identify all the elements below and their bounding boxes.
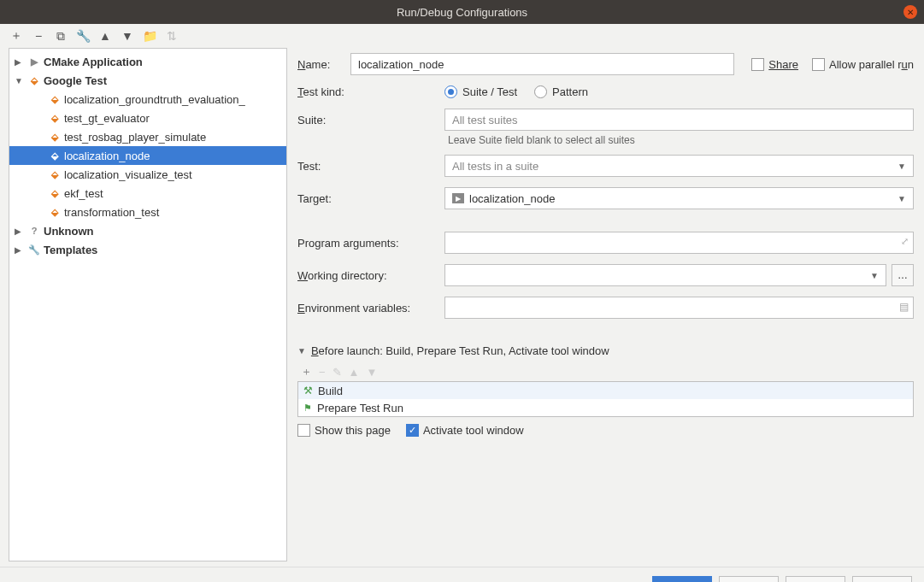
progargs-input[interactable] [444, 232, 914, 254]
tree-item-label: ekf_test [62, 187, 103, 200]
play-icon: ▶ [26, 56, 42, 68]
chevron-down-icon: ▼ [15, 76, 26, 85]
launch-item-label: Prepare Test Run [317, 402, 403, 414]
activate-tool-checkbox[interactable]: ✓ Activate tool window [406, 424, 524, 437]
copy-icon[interactable]: ⧉ [53, 28, 68, 44]
chevron-down-icon: ▼ [870, 271, 879, 280]
launch-item[interactable]: ⚒ Build [298, 382, 913, 399]
tree-item-label: localization_visualize_test [62, 168, 192, 181]
apply-button[interactable]: Apply [786, 576, 845, 583]
envvars-label: Environment variables: [297, 302, 444, 315]
envvars-input[interactable] [444, 297, 914, 319]
remove-icon[interactable]: − [319, 366, 326, 379]
tree-group-label: Google Test [42, 74, 107, 87]
show-page-checkbox[interactable]: Show this page [297, 424, 391, 437]
config-tree: ▶ ▶ CMake Application ▼ ⬙ Google Test ⬙ … [9, 48, 287, 561]
cancel-button[interactable]: Cancel [719, 576, 779, 583]
folder-icon[interactable]: 📁 [142, 28, 157, 44]
gtest-icon: ⬙ [47, 188, 62, 199]
down-icon[interactable]: ▼ [366, 366, 377, 379]
name-label: Name: [297, 58, 350, 71]
suite-hint: Leave Suite field blank to select all su… [444, 134, 914, 146]
test-combo[interactable]: All tests in a suite ▼ [444, 155, 914, 177]
parallel-checkbox[interactable]: Allow parallel run [812, 58, 914, 71]
gtest-icon: ⬙ [26, 75, 42, 86]
chevron-down-icon: ▼ [898, 162, 906, 171]
gtest-icon: ⬙ [47, 94, 62, 105]
tree-group-googletest[interactable]: ▼ ⬙ Google Test [9, 71, 286, 90]
add-icon[interactable]: ＋ [9, 28, 24, 44]
question-icon: ? [26, 226, 42, 236]
titlebar: Run/Debug Configurations ✕ [0, 0, 924, 24]
tree-item[interactable]: ⬙ localization_groundtruth_evaluation_ [9, 90, 286, 109]
edit-icon[interactable]: ✎ [333, 366, 342, 379]
up-icon[interactable]: ▲ [349, 366, 360, 379]
tree-item[interactable]: ⬙ transformation_test [9, 203, 286, 221]
footer: OK Cancel Apply Help [0, 567, 924, 582]
suite-input[interactable] [444, 109, 914, 131]
workdir-combo[interactable]: ▼ [444, 264, 886, 286]
window-title: Run/Debug Configurations [397, 6, 527, 19]
tree-group-unknown[interactable]: ▶ ? Unknown [9, 221, 286, 240]
launch-item[interactable]: ⚑ Prepare Test Run [298, 399, 913, 416]
close-icon[interactable]: ✕ [903, 5, 917, 19]
down-icon[interactable]: ▼ [120, 28, 135, 44]
progargs-label: Program arguments: [297, 237, 444, 250]
browse-button[interactable]: … [892, 264, 914, 286]
tree-item[interactable]: ⬙ test_rosbag_player_simulate [9, 127, 286, 146]
remove-icon[interactable]: − [31, 28, 46, 44]
gtest-icon: ⬙ [47, 207, 62, 218]
list-icon[interactable]: ▤ [899, 301, 909, 313]
test-label: Test: [297, 160, 444, 173]
flag-icon: ⚑ [303, 403, 312, 414]
tree-group-label: Templates [42, 244, 97, 256]
wrench-icon[interactable]: 🔧 [75, 28, 91, 44]
activate-tool-label: Activate tool window [423, 424, 524, 437]
chevron-right-icon: ▶ [15, 245, 26, 255]
test-combo-text: All tests in a suite [452, 160, 539, 173]
target-label: Target: [297, 192, 444, 205]
radio-pattern-label: Pattern [552, 85, 588, 98]
target-combo[interactable]: ▶ localization_node ▼ [444, 187, 914, 209]
tree-item[interactable]: ⬙ test_gt_evaluator [9, 109, 286, 127]
gtest-icon: ⬙ [47, 150, 62, 162]
name-input[interactable] [350, 53, 734, 75]
before-launch-header[interactable]: ▼ Before launch: Build, Prepare Test Run… [297, 344, 914, 357]
add-icon[interactable]: ＋ [301, 364, 312, 379]
gtest-icon: ⬙ [47, 113, 62, 124]
form-panel: Name: Share Allow parallel run Test kind… [292, 48, 924, 567]
tree-item-label: test_gt_evaluator [62, 112, 150, 125]
parallel-label: Allow parallel run [829, 58, 914, 71]
tree-item-label: test_rosbag_player_simulate [62, 131, 206, 144]
tree-item-selected[interactable]: ⬙ localization_node [9, 146, 286, 165]
workdir-label: Working directory: [297, 269, 444, 282]
chevron-down-icon: ▼ [898, 194, 906, 203]
target-icon: ▶ [452, 193, 464, 203]
launch-item-label: Build [318, 385, 343, 397]
ok-button[interactable]: OK [652, 576, 712, 583]
testkind-label: Test kind: [297, 85, 444, 98]
tree-item[interactable]: ⬙ ekf_test [9, 184, 286, 203]
launch-toolbar: ＋ − ✎ ▲ ▼ [297, 362, 914, 381]
tree-group-templates[interactable]: ▶ 🔧 Templates [9, 240, 286, 259]
tree-item-label: localization_groundtruth_evaluation_ [62, 93, 245, 106]
gtest-icon: ⬙ [47, 132, 62, 143]
radio-pattern[interactable]: Pattern [534, 85, 588, 98]
share-checkbox[interactable]: Share [751, 58, 798, 71]
share-label: Share [768, 58, 798, 71]
tree-group-label: CMake Application [42, 56, 143, 68]
gtest-icon: ⬙ [47, 169, 62, 180]
tree-item-label: localization_node [62, 150, 150, 162]
expand-icon[interactable]: ⤢ [901, 236, 909, 247]
tree-item[interactable]: ⬙ localization_visualize_test [9, 165, 286, 184]
tree-group-cmake[interactable]: ▶ ▶ CMake Application [9, 52, 286, 71]
up-icon[interactable]: ▲ [97, 28, 113, 44]
launch-list: ⚒ Build ⚑ Prepare Test Run [297, 381, 914, 417]
radio-suite-test[interactable]: Suite / Test [444, 85, 517, 98]
sort-icon[interactable]: ⇅ [164, 28, 180, 44]
help-button[interactable]: Help [852, 576, 912, 583]
target-combo-text: localization_node [469, 192, 555, 205]
chevron-right-icon: ▶ [15, 226, 26, 236]
tree-group-label: Unknown [42, 225, 94, 238]
radio-suite-label: Suite / Test [462, 85, 517, 98]
